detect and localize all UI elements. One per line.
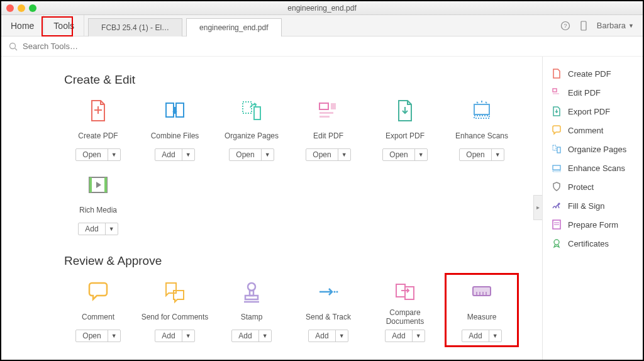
tab-home[interactable]: Home — [1, 15, 44, 36]
svg-rect-31 — [553, 89, 557, 92]
export-icon — [552, 106, 562, 116]
search-input[interactable] — [23, 42, 643, 51]
titlebar: engineering_end.pdf — [1, 1, 643, 15]
svg-rect-12 — [331, 103, 336, 109]
svg-point-23 — [336, 291, 338, 293]
tool-create-pdf: Create PDFOpen▼ — [64, 98, 132, 161]
organize-icon — [552, 144, 562, 154]
form-icon — [552, 219, 562, 230]
tool-button-add[interactable]: Add▼ — [155, 148, 194, 161]
svg-rect-25 — [405, 287, 414, 299]
chevron-down-icon: ▼ — [108, 149, 120, 160]
protect-icon — [552, 182, 562, 192]
svg-point-18 — [248, 283, 255, 291]
button-text: Open — [383, 149, 414, 160]
svg-point-3 — [10, 43, 16, 48]
sidebar-item-comment[interactable]: Comment — [543, 121, 643, 140]
tool-label: Measure — [467, 308, 497, 326]
sidebar-label: Comment — [568, 126, 603, 135]
sendcomm-icon — [160, 279, 190, 304]
chevron-down-icon: ▼ — [412, 330, 425, 342]
chevron-down-icon: ▼ — [489, 330, 501, 342]
doc-tab-1[interactable]: FCBJ 25.4 (1) - El… — [88, 18, 182, 36]
sidebar-label: Certificates — [568, 239, 609, 248]
sidebar-label: Export PDF — [568, 107, 610, 116]
mobile-icon[interactable] — [579, 21, 588, 31]
search-icon — [9, 42, 18, 51]
tool-button-add[interactable]: Add▼ — [462, 330, 501, 342]
tool-button-open[interactable]: Open▼ — [75, 148, 120, 161]
svg-rect-7 — [243, 102, 252, 113]
collapse-sidebar-button[interactable]: ▸ — [533, 195, 542, 220]
sidebar-label: Enhance Scans — [568, 164, 625, 173]
tool-sendcomm: Send for CommentsAdd▼ — [141, 279, 209, 342]
create-pdf-icon — [552, 69, 562, 79]
tab-tools[interactable]: Tools — [44, 15, 84, 36]
button-text: Add — [79, 223, 104, 235]
tool-label: Combine Files — [151, 127, 199, 145]
enhance-icon — [467, 98, 497, 123]
sidebar: Create PDFEdit PDFExport PDFCommentOrgan… — [542, 57, 643, 360]
cert-icon — [552, 238, 562, 248]
button-text: Add — [155, 149, 181, 160]
svg-rect-33 — [553, 145, 556, 150]
tool-edit: Edit PDFOpen▼ — [294, 98, 362, 161]
svg-rect-10 — [319, 112, 333, 114]
tool-richmedia: Rich MediaAdd▼ — [64, 172, 132, 235]
sidebar-item-sign[interactable]: Fill & Sign — [543, 196, 643, 215]
doc-tab-2[interactable]: engineering_end.pdf — [186, 18, 281, 36]
main-panel: Create & Edit Create PDFOpen▼Combine Fil… — [1, 57, 542, 360]
tool-label: Comment — [82, 308, 114, 326]
svg-rect-34 — [557, 147, 560, 153]
section-title-create-edit: Create & Edit — [64, 73, 523, 87]
sidebar-item-edit[interactable]: Edit PDF — [543, 83, 643, 102]
tool-button-open[interactable]: Open▼ — [229, 148, 274, 161]
svg-rect-35 — [553, 165, 560, 170]
sidebar-item-export[interactable]: Export PDF — [543, 102, 643, 121]
user-menu[interactable]: Barbara ▼ — [597, 21, 634, 30]
svg-text:?: ? — [564, 23, 567, 29]
sidebar-item-create-pdf[interactable]: Create PDF — [543, 64, 643, 83]
sidebar-item-cert[interactable]: Certificates — [543, 234, 643, 253]
tool-export: Export PDFOpen▼ — [371, 98, 439, 161]
svg-rect-16 — [89, 177, 92, 192]
sidebar-label: Organize Pages — [568, 145, 626, 154]
tool-button-add[interactable]: Add▼ — [231, 330, 271, 342]
tool-button-open[interactable]: Open▼ — [306, 148, 350, 161]
tool-label: Stamp — [241, 308, 263, 326]
tool-button-add[interactable]: Add▼ — [155, 330, 194, 342]
chevron-down-icon: ▼ — [335, 330, 348, 342]
tool-button-add[interactable]: Add▼ — [385, 330, 425, 342]
richmedia-icon — [83, 172, 113, 197]
tool-label: Enhance Scans — [455, 127, 508, 145]
measure-icon — [467, 279, 497, 304]
tool-label: Compare Documents — [371, 308, 439, 326]
chevron-down-icon: ▼ — [261, 149, 274, 160]
enhance-icon — [552, 163, 562, 173]
tool-label: Edit PDF — [313, 127, 343, 145]
tool-label: Rich Media — [79, 201, 117, 219]
compare-icon — [390, 279, 420, 304]
button-text: Open — [306, 149, 337, 160]
help-icon[interactable]: ? — [560, 21, 570, 31]
tool-button-add[interactable]: Add▼ — [308, 330, 348, 342]
tool-button-open[interactable]: Open▼ — [459, 148, 504, 161]
window-title: engineering_end.pdf — [1, 4, 643, 13]
sidebar-item-protect[interactable]: Protect — [543, 177, 643, 196]
svg-rect-2 — [581, 21, 586, 30]
tool-button-open[interactable]: Open▼ — [75, 330, 120, 342]
tool-button-add[interactable]: Add▼ — [78, 223, 118, 235]
tool-combine: Combine FilesAdd▼ — [141, 98, 209, 161]
chevron-down-icon: ▼ — [414, 149, 427, 160]
svg-rect-36 — [553, 170, 560, 172]
button-text: Add — [386, 330, 411, 342]
tool-sendtrack: Send & TrackAdd▼ — [294, 279, 362, 342]
tool-measure: MeasureAdd▼ — [448, 279, 516, 342]
tool-label: Organize Pages — [225, 127, 279, 145]
sidebar-label: Create PDF — [568, 69, 611, 79]
tool-button-open[interactable]: Open▼ — [382, 148, 427, 161]
sidebar-item-enhance[interactable]: Enhance Scans — [543, 158, 643, 177]
chevron-down-icon: ▼ — [338, 149, 350, 160]
sidebar-item-form[interactable]: Prepare Form — [543, 215, 643, 234]
sidebar-item-organize[interactable]: Organize Pages — [543, 140, 643, 158]
